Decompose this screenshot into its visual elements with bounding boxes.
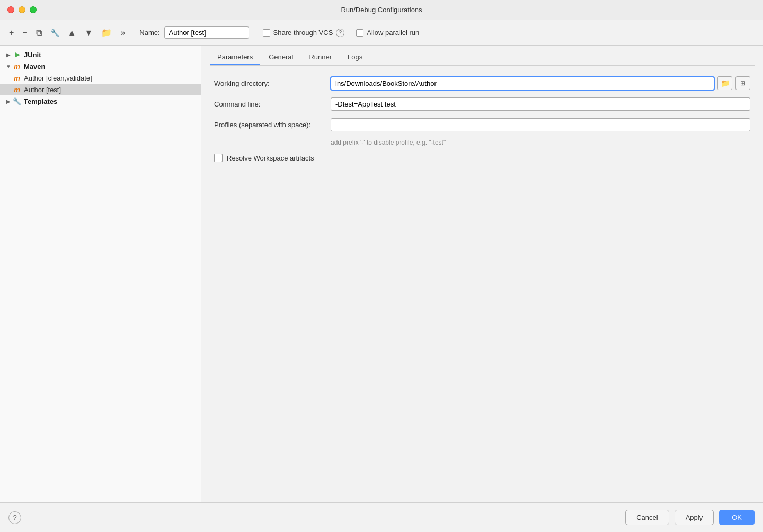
working-directory-input[interactable] <box>331 77 714 90</box>
title-bar: Run/Debug Configurations <box>0 0 763 20</box>
profiles-label: Profiles (separated with space): <box>214 121 331 129</box>
author-clean-label: Author [clean,validate] <box>24 74 92 82</box>
command-line-row: Command line: <box>214 97 750 111</box>
toolbar: + − ⧉ 🔧 ▲ ▼ 📁 » Name: Share through VCS … <box>0 20 763 46</box>
settings-button[interactable]: 🔧 <box>48 27 62 39</box>
browse-variable-button[interactable]: ⊞ <box>735 76 750 90</box>
vcs-label: Share through VCS <box>273 29 333 37</box>
body-area: ▶ ▶ JUnit ▼ m Maven m <box>0 46 763 502</box>
window-title: Run/Debug Configurations <box>341 6 422 14</box>
maven-icon-clean: m <box>13 74 21 82</box>
tree-arrow-junit: ▶ <box>4 50 13 59</box>
junit-label: JUnit <box>24 51 41 59</box>
folder-button[interactable]: 📁 <box>99 26 114 39</box>
maven-icon: m <box>13 62 21 70</box>
working-directory-input-group: 📁 ⊞ <box>331 76 750 90</box>
tab-general[interactable]: General <box>261 50 300 65</box>
window-controls[interactable] <box>7 6 37 13</box>
apply-button[interactable]: Apply <box>675 510 714 525</box>
name-input[interactable] <box>164 26 249 39</box>
tabs-bar: Parameters General Runner Logs <box>201 46 763 65</box>
name-label: Name: <box>139 29 159 37</box>
working-directory-row: Working directory: 📁 ⊞ <box>214 76 750 90</box>
maven-icon-test: m <box>13 85 21 94</box>
working-directory-label: Working directory: <box>214 79 331 87</box>
profiles-row: Profiles (separated with space): <box>214 118 750 131</box>
command-line-label: Command line: <box>214 100 331 108</box>
bottom-right-buttons: Cancel Apply OK <box>625 510 755 525</box>
dialog: + − ⧉ 🔧 ▲ ▼ 📁 » Name: Share through VCS … <box>0 20 763 532</box>
command-line-input-group <box>331 97 750 111</box>
cancel-button[interactable]: Cancel <box>625 510 669 525</box>
wrench-icon: 🔧 <box>13 97 21 105</box>
add-button[interactable]: + <box>6 26 16 39</box>
more-button[interactable]: » <box>118 26 128 39</box>
parallel-section: Allow parallel run <box>356 29 419 37</box>
resolve-workspace-checkbox[interactable] <box>214 154 223 162</box>
tree-item-templates[interactable]: ▶ 🔧 Templates <box>0 95 201 107</box>
left-panel: ▶ ▶ JUnit ▼ m Maven m <box>0 46 201 502</box>
browse-folder-button[interactable]: 📁 <box>717 76 732 90</box>
tree-arrow-templates: ▶ <box>4 97 13 105</box>
parallel-checkbox[interactable] <box>356 29 363 37</box>
right-panel: Parameters General Runner Logs Working d… <box>201 46 763 502</box>
profiles-hint: add prefix '-' to disable profile, e.g. … <box>331 139 750 146</box>
vcs-checkbox[interactable] <box>263 29 270 37</box>
form-content: Working directory: 📁 ⊞ Command line: <box>201 66 763 502</box>
tree-item-author-clean[interactable]: m Author [clean,validate] <box>0 72 201 84</box>
tree-item-maven[interactable]: ▼ m Maven <box>0 60 201 72</box>
name-section: Name: <box>139 26 249 39</box>
resolve-workspace-row: Resolve Workspace artifacts <box>214 154 750 162</box>
copy-button[interactable]: ⧉ <box>33 26 45 39</box>
author-test-label: Author [test] <box>24 86 61 94</box>
profiles-input-group <box>331 118 750 131</box>
ok-button[interactable]: OK <box>719 510 755 525</box>
remove-button[interactable]: − <box>20 26 30 39</box>
tab-logs[interactable]: Logs <box>340 50 370 65</box>
parallel-label: Allow parallel run <box>367 29 419 37</box>
vcs-section: Share through VCS ? <box>263 29 345 37</box>
tree-arrow-maven: ▼ <box>4 62 13 70</box>
maven-label: Maven <box>24 63 45 70</box>
help-button[interactable]: ? <box>8 511 21 524</box>
tab-parameters[interactable]: Parameters <box>210 50 260 65</box>
resolve-workspace-label: Resolve Workspace artifacts <box>227 154 314 162</box>
move-down-button[interactable]: ▼ <box>82 26 96 39</box>
vcs-help-icon[interactable]: ? <box>336 29 344 37</box>
minimize-button[interactable] <box>19 6 25 13</box>
profiles-input[interactable] <box>331 118 750 131</box>
close-button[interactable] <box>7 6 14 13</box>
command-line-input[interactable] <box>331 97 750 111</box>
junit-icon: ▶ <box>13 50 21 59</box>
maximize-button[interactable] <box>30 6 37 13</box>
tab-runner[interactable]: Runner <box>301 50 339 65</box>
templates-label: Templates <box>24 97 57 105</box>
tree-item-author-test[interactable]: m Author [test] <box>0 84 201 95</box>
move-up-button[interactable]: ▲ <box>65 26 79 39</box>
tree-item-junit[interactable]: ▶ ▶ JUnit <box>0 49 201 60</box>
bottom-bar: ? Cancel Apply OK <box>0 502 763 532</box>
tree-area: ▶ ▶ JUnit ▼ m Maven m <box>0 46 201 502</box>
